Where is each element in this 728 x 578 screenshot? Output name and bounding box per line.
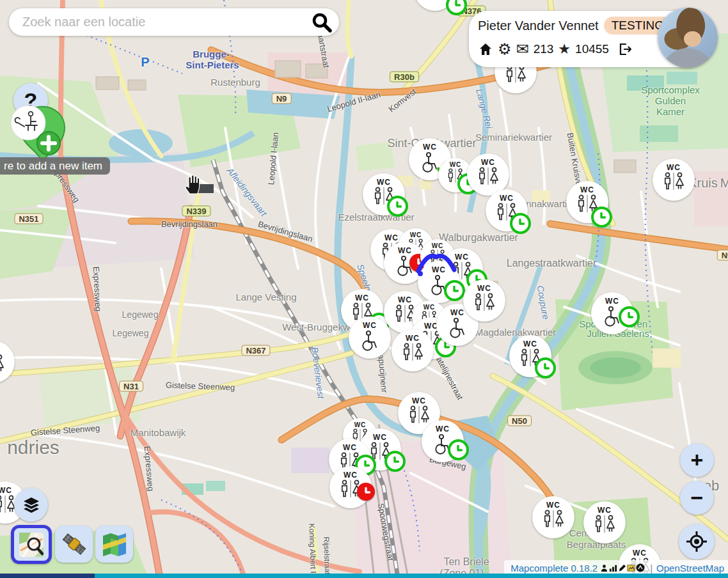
wc-label: WC — [354, 421, 367, 428]
wc-label: WC — [432, 265, 446, 274]
wc-label: WC — [384, 233, 399, 242]
wc-label: WC — [450, 161, 462, 168]
wc-label: WC — [412, 396, 426, 405]
wc-label: WC — [355, 293, 369, 302]
toilet-marker[interactable]: WC — [463, 279, 505, 322]
toilet-marker[interactable]: WC — [349, 316, 391, 359]
wc-label: WC — [667, 163, 681, 172]
opening-hours-closed-badge — [357, 483, 375, 501]
tooltip-text: re to add a new item — [4, 160, 102, 173]
hand-cursor-icon — [182, 171, 205, 196]
map-label: Sportcomplex — [641, 85, 700, 95]
zoom-out-label: − — [691, 485, 704, 510]
add-new-item-pin[interactable] — [9, 102, 79, 166]
opening-hours-open-badge — [384, 451, 406, 472]
map-label: Magdalenakwartier — [475, 327, 557, 337]
man-woman-icon — [475, 167, 501, 189]
chart-icon[interactable] — [609, 564, 617, 572]
star-count: 10455 — [575, 42, 609, 56]
logout-icon[interactable] — [617, 42, 633, 57]
home-icon[interactable] — [478, 42, 493, 57]
progress-strip-segment — [0, 574, 95, 578]
map-label: Sint-Pieters — [186, 60, 239, 70]
satellite-icon — [60, 530, 88, 558]
wc-label: WC — [605, 297, 619, 306]
osm-link[interactable]: OpenStreetMap — [656, 563, 724, 574]
wc-label: WC — [398, 246, 412, 255]
opening-hours-open-badge — [510, 213, 531, 234]
map-label: ndries — [7, 438, 59, 457]
search-icon[interactable] — [311, 12, 333, 33]
map-label: Ten Briele — [443, 557, 489, 567]
wc-label: WC — [0, 486, 12, 495]
progress-strip — [0, 574, 728, 578]
wheelchair-icon — [445, 317, 470, 343]
wc-label: WC — [432, 242, 444, 249]
crosshair-icon — [686, 531, 708, 552]
map-label: West-Bruggekw — [282, 322, 350, 332]
map-label: Lange Vesting — [235, 292, 296, 302]
wc-label: WC — [398, 295, 412, 304]
wc-label: WC — [500, 194, 514, 203]
osm-community-icon[interactable] — [636, 563, 645, 572]
wc-label: WC — [373, 433, 387, 442]
opening-hours-open-badge — [591, 207, 612, 228]
map-label: Rustenburg — [210, 77, 260, 87]
layers-icon — [22, 496, 41, 515]
user-name: Pieter Vander Vennet — [478, 19, 599, 33]
map-label: P — [141, 56, 149, 68]
zoom-out-button[interactable]: − — [680, 481, 714, 515]
wc-label: WC — [481, 158, 495, 167]
pencil-icon[interactable] — [618, 564, 626, 572]
man-woman-icon — [592, 515, 617, 536]
wc-label: WC — [406, 334, 420, 343]
search-input[interactable] — [21, 14, 311, 30]
map-label: Manitobawijk — [131, 428, 186, 437]
add-item-tooltip: re to add a new item — [0, 157, 110, 175]
user-stats-icon[interactable] — [600, 564, 608, 572]
toilet-marker[interactable]: WC — [583, 501, 626, 543]
wc-label: WC — [580, 185, 594, 194]
map-label: Seminariekwartier — [475, 132, 552, 142]
map-label: Legeweg — [122, 310, 159, 319]
man-woman-icon — [400, 343, 425, 364]
gear-icon[interactable]: ⚙ — [498, 42, 512, 57]
background-satellite-button[interactable] — [55, 526, 93, 563]
opening-hours-open-badge — [619, 306, 640, 327]
opening-hours-open-badge — [444, 280, 465, 301]
toilet-marker[interactable]: WC — [392, 329, 434, 371]
map-label: N339 — [182, 206, 210, 217]
wc-label: WC — [0, 345, 1, 354]
zoom-in-button[interactable]: + — [680, 443, 714, 477]
geolocate-button[interactable] — [679, 524, 715, 559]
wc-label: WC — [523, 340, 537, 348]
avatar[interactable] — [658, 8, 718, 68]
map-label: Legeweg — [113, 329, 149, 338]
toilet-marker[interactable]: WC — [532, 496, 574, 538]
opening-hours-open-badge — [448, 439, 469, 460]
map-label: Kamer — [656, 107, 684, 116]
background-map-button[interactable] — [95, 526, 133, 563]
map-label: M — [720, 176, 728, 189]
search-bar[interactable] — [9, 8, 339, 36]
app-version-link[interactable]: Mapcomplete 0.18.2 — [510, 563, 597, 574]
envelope-icon[interactable]: ✉ — [516, 42, 529, 57]
wc-label: WC — [377, 178, 391, 187]
layers-button[interactable] — [14, 488, 48, 522]
man-woman-icon — [406, 405, 432, 427]
wc-label: WC — [436, 425, 450, 434]
map-label: N351 — [14, 214, 43, 224]
attribution-separator: | — [650, 563, 653, 574]
background-osm-button[interactable] — [11, 525, 52, 564]
map-label: N367 — [241, 345, 270, 356]
theme-icon[interactable] — [627, 564, 635, 572]
wc-label: WC — [363, 321, 377, 330]
man-woman-icon — [471, 293, 497, 315]
wc-label: WC — [633, 549, 647, 558]
message-count: 213 — [534, 42, 554, 56]
wc-label: WC — [423, 143, 437, 152]
man-woman-icon — [503, 65, 528, 86]
star-icon: ★ — [558, 42, 571, 56]
toilet-marker[interactable]: WC — [653, 159, 695, 201]
map-label: Expressweg — [92, 266, 103, 311]
